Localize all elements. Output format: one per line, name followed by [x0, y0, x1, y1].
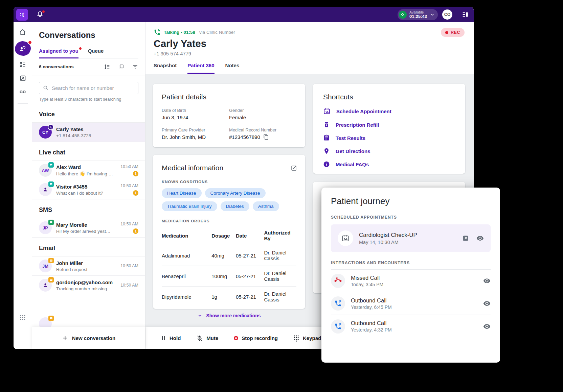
- caller-name: Carly Yates: [154, 38, 466, 49]
- agent-status-selector[interactable]: Available 01:25:43: [398, 9, 438, 20]
- eye-icon[interactable]: [476, 235, 484, 242]
- sms-badge-icon: [48, 220, 54, 225]
- voicemail-icon[interactable]: [19, 88, 26, 96]
- shortcut-get-directions[interactable]: Get Directions: [323, 148, 455, 154]
- outbound-call-icon: [331, 319, 345, 334]
- list-item-visitor-3455[interactable]: Visitor #3455 What can I do about it? 10…: [32, 180, 145, 199]
- logo-letter: t: [22, 11, 24, 18]
- field-label: Gender: [229, 108, 296, 113]
- list-item-john-miller[interactable]: JM John Miller Refund request 10:50 AM: [32, 256, 145, 275]
- column-header: Authorized By: [264, 226, 296, 245]
- avatar: CY: [39, 126, 52, 139]
- column-header: Medication: [162, 226, 211, 245]
- column-header: Dosage: [211, 226, 236, 245]
- cards-view-icon[interactable]: [118, 64, 124, 70]
- field-label: Date of Birth: [162, 108, 229, 113]
- shortcut-schedule-appointment[interactable]: Schedule Appointment: [323, 107, 455, 115]
- medical-information-card: Medical information KNOWN CONDITIONS Hea…: [153, 155, 305, 309]
- page-title: Conversations: [39, 30, 138, 40]
- conversations-tabs: Assigned to you Queue: [39, 48, 138, 58]
- icon-rail: [14, 22, 32, 349]
- call-status-text: Talking • 01:58: [164, 30, 195, 35]
- logo-dots-icon: [20, 13, 22, 16]
- section-live-chat: Live chat: [32, 142, 145, 161]
- apps-grid-icon[interactable]: [19, 314, 26, 321]
- filter-icon[interactable]: [132, 64, 138, 70]
- conversations-badge: [28, 40, 32, 45]
- timestamp: 10:50 AM: [120, 283, 138, 288]
- appointment-row[interactable]: Cardiologist Check-UP May 14, 10:30 AM: [331, 224, 491, 252]
- calendar-stethoscope-icon: [323, 107, 331, 115]
- notifications-bell-icon[interactable]: [36, 10, 44, 19]
- shortcut-test-results[interactable]: Test Results: [323, 134, 455, 141]
- user-avatar[interactable]: CO: [442, 9, 452, 20]
- email-badge-icon: [48, 258, 54, 263]
- conversations-nav-icon[interactable]: [15, 41, 31, 56]
- condition-chip[interactable]: Diabetes: [221, 201, 249, 211]
- field-value: Female: [229, 115, 296, 120]
- assigned-unread-dot: [79, 47, 82, 50]
- mute-button[interactable]: Mute: [196, 335, 218, 342]
- condition-chip[interactable]: Traumatic Brain Injury: [162, 201, 217, 211]
- clipboard-icon: [323, 134, 330, 141]
- table-row: Benazepril 100mg 05-27-21 Dr. Daniel Cas…: [162, 266, 296, 287]
- search-helper-text: Type at least 3 characters to start sear…: [39, 97, 138, 102]
- plus-icon: [62, 335, 68, 341]
- condition-chip[interactable]: Heart Disease: [162, 188, 202, 198]
- recording-badge: REC: [441, 28, 465, 37]
- copy-icon[interactable]: [263, 134, 269, 140]
- tab-assigned-to-you[interactable]: Assigned to you: [39, 48, 78, 58]
- scheduled-appointments-label: SCHEDULED APPOINTMENTS: [331, 215, 491, 220]
- show-more-medications-link[interactable]: Show more medications: [162, 313, 296, 318]
- tab-snapshot[interactable]: Snapshot: [154, 63, 177, 74]
- tab-patient-360[interactable]: Patient 360: [187, 63, 214, 74]
- available-status-icon: [399, 11, 407, 19]
- shortcut-medical-faqs[interactable]: Medical FAQs: [323, 161, 455, 168]
- shortcut-prescription-refill[interactable]: Prescription Refill: [323, 121, 455, 128]
- condition-chip[interactable]: Coronary Artery Disease: [205, 188, 266, 198]
- field-label: Primary Care Provider: [162, 127, 229, 132]
- open-in-new-icon[interactable]: [462, 235, 469, 242]
- table-row: Dipyridamole 1g 05-27-21 Dr. Daniel Cass…: [162, 287, 296, 307]
- activity-list-icon[interactable]: [19, 61, 26, 68]
- interaction-outbound-call-1[interactable]: Outbound Call Yesterday, 6:45 PM: [331, 292, 491, 315]
- location-pin-icon: [323, 148, 330, 154]
- tab-notes[interactable]: Notes: [225, 63, 240, 74]
- patient-tabs: Snapshot Patient 360 Notes: [154, 63, 466, 74]
- sort-icon[interactable]: [104, 64, 110, 70]
- stop-recording-button[interactable]: Stop recording: [234, 335, 278, 341]
- card-title: Medical information: [162, 164, 296, 172]
- call-via-text: via Clinic Number: [199, 30, 235, 35]
- new-conversation-button[interactable]: New conversation: [32, 327, 145, 349]
- tab-queue[interactable]: Queue: [88, 48, 104, 58]
- rec-dot-icon: [445, 31, 448, 34]
- notification-dot: [42, 10, 45, 13]
- list-item-gordonjcp[interactable]: gordonjcp@yahoo.com Tracking number miss…: [32, 275, 145, 295]
- home-icon[interactable]: [19, 28, 26, 36]
- app-logo[interactable]: t: [16, 9, 28, 21]
- contacts-icon[interactable]: [19, 75, 26, 82]
- caller-phone: +1 305-574-4779: [154, 51, 466, 56]
- interaction-outbound-call-2[interactable]: Outbound Call Yesterday, 4:32 PM: [331, 315, 491, 338]
- hold-button[interactable]: Hold: [160, 335, 181, 341]
- list-item-carly-yates[interactable]: CY Carly Yates +1 814-458-3728: [32, 122, 145, 142]
- keypad-button[interactable]: Keypad: [293, 335, 321, 342]
- list-item-mary-morelle[interactable]: JP Mary Morelle Hi! My order arrived yes…: [32, 218, 145, 238]
- sidebar-toggle-icon[interactable]: [461, 11, 469, 18]
- medication-table: Medication Dosage Date Authorized By Ada…: [162, 226, 296, 307]
- interaction-missed-call[interactable]: Missed Call Today, 3:45 PM: [331, 270, 491, 292]
- dialpad-icon: [293, 335, 299, 342]
- top-bar: t Available 01:25:43 CO: [14, 7, 474, 22]
- avatar: JP: [39, 221, 52, 234]
- open-popup-icon[interactable]: [291, 165, 297, 171]
- search-input[interactable]: [39, 82, 138, 94]
- field-value: #1234567890: [229, 134, 260, 140]
- shortcuts-card: Shortcuts Schedule Appointment: [313, 84, 465, 174]
- outbound-call-icon: [331, 296, 345, 311]
- medication-orders-label: MEDICATION ORDERS: [162, 219, 296, 223]
- eye-icon[interactable]: [483, 300, 491, 307]
- eye-icon[interactable]: [483, 277, 491, 285]
- condition-chip[interactable]: Asthma: [253, 201, 279, 211]
- list-item-alex-ward[interactable]: AW Alex Ward Hello there 👋 I'm having tr…: [32, 161, 145, 180]
- eye-icon[interactable]: [483, 323, 491, 330]
